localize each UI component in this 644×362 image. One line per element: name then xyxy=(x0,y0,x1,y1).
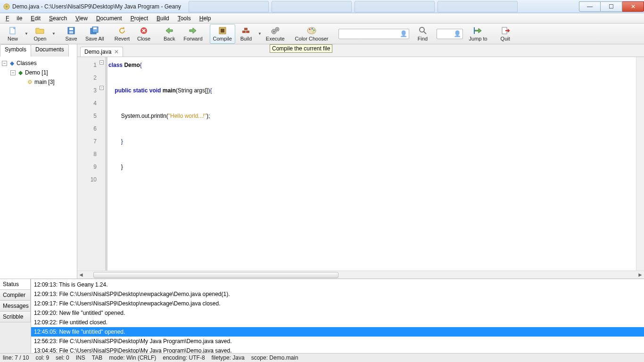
status-line: line: 7 / 10 xyxy=(3,354,29,361)
minimize-button[interactable]: — xyxy=(579,1,601,12)
msg-tab-messages[interactable]: Messages xyxy=(0,300,31,312)
collapse-icon[interactable]: − xyxy=(2,61,7,66)
msg-tab-compiler[interactable]: Compiler xyxy=(0,289,31,301)
code-editor[interactable]: class Demo{ public static void main(Stri… xyxy=(107,57,636,271)
vertical-scrollbar[interactable] xyxy=(636,57,644,271)
menu-file[interactable]: File xyxy=(2,14,26,23)
file-new-icon xyxy=(8,26,18,35)
save-all-button[interactable]: Save All xyxy=(82,24,107,44)
status-ins: INS xyxy=(76,354,85,361)
sidebar-tab-documents[interactable]: Documents xyxy=(31,44,69,57)
back-button[interactable]: Back xyxy=(158,24,180,44)
menu-build[interactable]: Build xyxy=(153,14,173,23)
compile-icon xyxy=(217,26,228,35)
status-enc: encoding: UTF-8 xyxy=(163,354,205,361)
save-icon xyxy=(66,26,76,35)
status-message-row[interactable]: 12:09:22: File untitled closed. xyxy=(31,318,644,327)
svg-point-18 xyxy=(276,29,278,30)
status-ftype: filetype: Java xyxy=(212,354,245,361)
window-titlebar: Demo.java - C:\Users\NisalSP9\Desktop\My… xyxy=(0,0,644,13)
compile-button[interactable]: Compile xyxy=(210,24,235,44)
open-dropdown[interactable]: ▼ xyxy=(51,24,57,44)
fold-toggle-icon[interactable]: − xyxy=(99,86,104,90)
menu-edit[interactable]: Edit xyxy=(27,14,44,23)
messages-panel: Status Compiler Messages Scribble 12:09:… xyxy=(0,279,644,353)
open-button[interactable]: Open xyxy=(29,24,51,44)
svg-point-21 xyxy=(312,28,313,30)
menu-project[interactable]: Project xyxy=(127,14,152,23)
status-scope: scope: Demo.main xyxy=(251,354,298,361)
save-all-icon xyxy=(90,26,100,35)
status-bar: line: 7 / 10 col: 9 sel: 0 INS TAB mode:… xyxy=(0,353,644,362)
build-button[interactable]: Build xyxy=(235,24,257,44)
menu-tools[interactable]: Tools xyxy=(174,14,195,23)
forward-button[interactable]: Forward xyxy=(180,24,206,44)
new-button[interactable]: New xyxy=(2,24,24,44)
arrow-left-icon xyxy=(164,26,174,35)
status-message-row[interactable]: 12:09:13: This is Geany 1.24. xyxy=(31,280,644,289)
svg-rect-13 xyxy=(246,31,249,33)
tree-node-classes[interactable]: − ◆ Classes xyxy=(1,58,76,68)
build-dropdown[interactable]: ▼ xyxy=(257,24,263,44)
svg-point-24 xyxy=(420,27,424,32)
status-tab: TAB xyxy=(92,354,102,361)
status-sel: sel: 0 xyxy=(56,354,69,361)
collapse-icon[interactable]: − xyxy=(10,70,16,75)
close-file-button[interactable]: Close xyxy=(133,24,155,44)
menu-bar: File Edit Search View Document Project B… xyxy=(0,13,644,24)
status-message-row[interactable]: 12:56:23: File C:\Users\NisalSP9\Desktop… xyxy=(31,337,644,346)
execute-button[interactable]: Execute xyxy=(263,24,288,44)
quit-button[interactable]: Quit xyxy=(495,24,516,44)
class-group-icon: ◆ xyxy=(8,60,15,66)
svg-rect-14 xyxy=(244,28,248,30)
status-message-row[interactable]: 12:45:05: New file "untitled" opened. xyxy=(31,327,644,337)
status-col: col: 9 xyxy=(35,354,49,361)
status-message-row[interactable]: 12:09:17: File C:\Users\NisalSP9\Desktop… xyxy=(31,299,644,308)
new-dropdown[interactable]: ▼ xyxy=(24,24,29,44)
sidebar-tab-symbols[interactable]: Symbols xyxy=(0,44,31,57)
menu-document[interactable]: Document xyxy=(92,14,126,23)
toolbar-jump-input[interactable]: 👤 xyxy=(437,29,463,39)
revert-button[interactable]: Revert xyxy=(111,24,133,44)
menu-search[interactable]: Search xyxy=(45,14,71,23)
msg-tab-scribble[interactable]: Scribble xyxy=(0,311,31,322)
menu-help[interactable]: Help xyxy=(196,14,215,23)
find-button[interactable]: Find xyxy=(412,24,434,44)
editor-area: Demo.java ✕ 123 456 789 10 − − class Dem… xyxy=(77,44,644,279)
status-message-list[interactable]: 12:09:13: This is Geany 1.24.12:09:13: F… xyxy=(31,279,644,353)
person-search-icon: 👤 xyxy=(400,30,407,37)
class-icon: ◆ xyxy=(17,69,24,76)
status-message-row[interactable]: 12:09:20: New file "untitled" opened. xyxy=(31,308,644,318)
toolbar-search-input[interactable]: 👤 xyxy=(339,29,409,39)
tab-close-icon[interactable]: ✕ xyxy=(114,49,119,55)
palette-icon xyxy=(306,26,317,35)
revert-icon xyxy=(117,26,127,35)
main-toolbar: New ▼ Open ▼ Save Save All Revert Close … xyxy=(0,24,644,44)
status-message-row[interactable]: 13:04:45: File C:\Users\NisalSP9\Desktop… xyxy=(31,346,644,353)
build-icon xyxy=(241,26,251,35)
menu-view[interactable]: View xyxy=(72,14,91,23)
msg-tab-status[interactable]: Status xyxy=(0,279,31,290)
line-number-gutter: 123 456 789 10 − − xyxy=(77,57,106,271)
sidebar: Symbols Documents − ◆ Classes − ◆ Demo [… xyxy=(0,44,77,279)
arrow-right-icon xyxy=(188,26,198,35)
tree-node-main[interactable]: ⚙ main [3] xyxy=(1,77,76,87)
tree-node-demo[interactable]: − ◆ Demo [1] xyxy=(1,68,76,77)
editor-tab-demo[interactable]: Demo.java ✕ xyxy=(80,47,123,57)
color-chooser-button[interactable]: Color Chooser xyxy=(292,24,332,44)
status-mode: mode: Win (CRLF) xyxy=(109,354,156,361)
jump-to-button[interactable]: Jump to xyxy=(466,24,491,44)
geany-app-icon xyxy=(3,3,10,10)
window-title: Demo.java - C:\Users\NisalSP9\Desktop\My… xyxy=(12,3,181,10)
gears-icon xyxy=(270,26,281,35)
fold-toggle-icon[interactable]: − xyxy=(99,60,104,65)
svg-point-23 xyxy=(313,32,314,33)
status-message-row[interactable]: 12:09:13: File C:\Users\NisalSP9\Desktop… xyxy=(31,289,644,299)
compile-tooltip: Compile the current file xyxy=(270,44,332,53)
svg-rect-8 xyxy=(93,27,97,29)
close-window-button[interactable]: ✕ xyxy=(622,1,644,12)
save-button[interactable]: Save xyxy=(60,24,82,44)
maximize-button[interactable]: ☐ xyxy=(601,1,622,12)
svg-rect-12 xyxy=(242,31,246,33)
horizontal-scrollbar[interactable]: ◄► xyxy=(77,271,644,279)
